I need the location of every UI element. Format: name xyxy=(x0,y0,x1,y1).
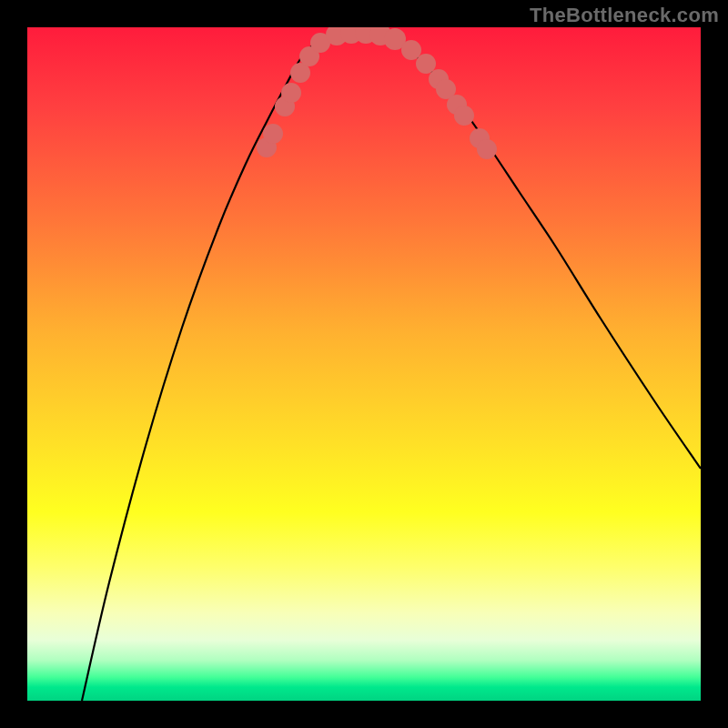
curve-marker xyxy=(263,124,283,144)
curve-marker xyxy=(477,139,497,159)
watermark-text: TheBottleneck.com xyxy=(530,4,719,27)
curve-marker xyxy=(454,106,474,126)
bottleneck-curve xyxy=(82,30,701,701)
curve-markers xyxy=(257,27,497,159)
chart-svg xyxy=(27,27,701,701)
curve-marker xyxy=(416,54,436,74)
curve-marker xyxy=(281,83,301,103)
chart-plot-area xyxy=(27,27,701,701)
curve-marker xyxy=(401,40,421,60)
